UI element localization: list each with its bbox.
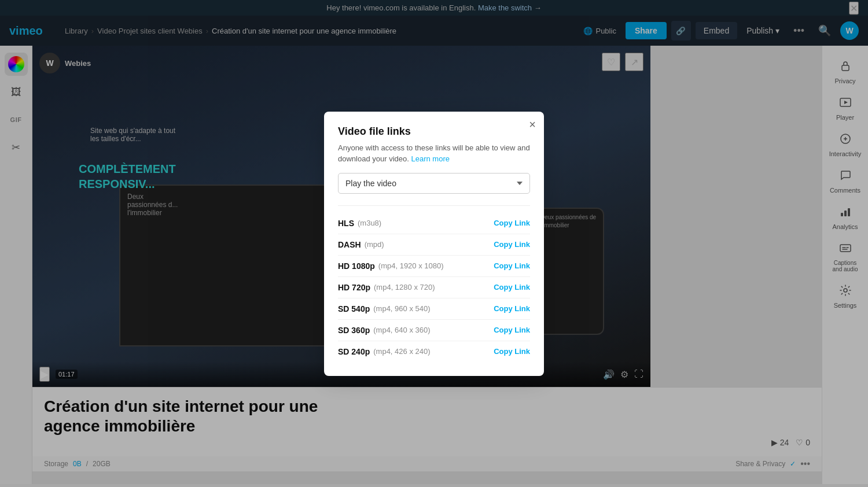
format-row-sd360p: SD 360p (mp4, 640 x 360) Copy Link	[338, 320, 530, 341]
format-sub: (mp4, 1920 x 1080)	[378, 261, 444, 270]
format-row-sd240p: SD 240p (mp4, 426 x 240) Copy Link	[338, 341, 530, 362]
modal-dropdown[interactable]: Play the video Download the video	[338, 173, 530, 194]
format-sub: (mp4, 426 x 240)	[373, 347, 430, 356]
learn-more-link[interactable]: Learn more	[411, 154, 449, 163]
modal-description: Anyone with access to these links will b…	[338, 142, 530, 165]
format-row-hd1080p: HD 1080p (mp4, 1920 x 1080) Copy Link	[338, 256, 530, 277]
copy-link-button-0[interactable]: Copy Link	[494, 219, 530, 227]
format-row-left: SD 540p (mp4, 960 x 540)	[338, 304, 431, 313]
format-sub: (mp4, 640 x 360)	[373, 326, 430, 334]
format-row-sd540p: SD 540p (mp4, 960 x 540) Copy Link	[338, 298, 530, 320]
copy-link-button-2[interactable]: Copy Link	[494, 261, 530, 270]
format-row-left: HD 1080p (mp4, 1920 x 1080)	[338, 261, 444, 271]
format-row-left: SD 360p (mp4, 640 x 360)	[338, 326, 431, 335]
format-name: HD 720p	[338, 283, 370, 292]
format-row-left: HD 720p (mp4, 1280 x 720)	[338, 283, 435, 292]
format-name: HD 1080p	[338, 261, 375, 271]
modal-overlay[interactable]: × Video file links Anyone with access to…	[0, 0, 868, 487]
video-file-links-modal: × Video file links Anyone with access to…	[324, 112, 544, 376]
format-name: SD 360p	[338, 326, 370, 335]
format-row-left: SD 240p (mp4, 426 x 240)	[338, 347, 431, 356]
format-row-hls: HLS (m3u8) Copy Link	[338, 213, 530, 234]
format-row-left: HLS (m3u8)	[338, 219, 381, 228]
copy-link-button-4[interactable]: Copy Link	[494, 304, 530, 313]
modal-title: Video file links	[338, 126, 530, 138]
copy-link-button-5[interactable]: Copy Link	[494, 326, 530, 334]
format-name: DASH	[338, 240, 361, 249]
format-name: SD 540p	[338, 304, 370, 313]
format-row-hd720p: HD 720p (mp4, 1280 x 720) Copy Link	[338, 277, 530, 298]
copy-link-button-1[interactable]: Copy Link	[494, 240, 530, 249]
copy-link-button-6[interactable]: Copy Link	[494, 347, 530, 356]
modal-formats-list: HLS (m3u8) Copy Link DASH (mpd) Copy Lin…	[338, 213, 530, 362]
format-sub: (mp4, 1280 x 720)	[374, 283, 435, 292]
format-name: HLS	[338, 219, 354, 228]
format-sub: (m3u8)	[358, 219, 381, 227]
format-name: SD 240p	[338, 347, 370, 356]
modal-divider	[338, 205, 530, 206]
format-sub: (mpd)	[365, 240, 384, 249]
copy-link-button-3[interactable]: Copy Link	[494, 283, 530, 292]
format-row-left: DASH (mpd)	[338, 240, 384, 249]
format-sub: (mp4, 960 x 540)	[373, 304, 430, 313]
modal-close-button[interactable]: ×	[529, 119, 536, 130]
format-row-dash: DASH (mpd) Copy Link	[338, 234, 530, 256]
